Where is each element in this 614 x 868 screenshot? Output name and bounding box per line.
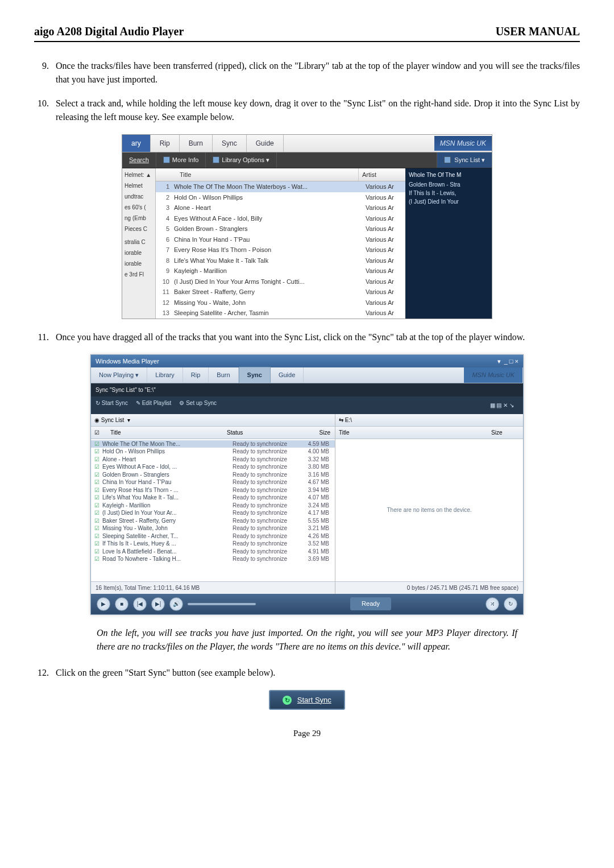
device-dropdown[interactable]: ⇆ E:\ (335, 414, 523, 427)
tab-ary[interactable]: ary (122, 135, 151, 152)
device-empty-message: There are no items on the device. (335, 439, 523, 581)
sidebar-item[interactable]: ng (Emb (122, 213, 155, 224)
list-item[interactable]: ☑China In Your Hand - T'PauReady to sync… (91, 478, 335, 486)
view-icons[interactable]: ▦ ▤ ✕ ↘ (486, 399, 518, 412)
sidebar-item[interactable]: Pieces C (122, 224, 155, 234)
table-row[interactable]: 1Whole The Of The Moon The Waterboys - W… (156, 181, 405, 192)
next-button[interactable]: ▶| (151, 597, 165, 611)
tab-burn[interactable]: Burn (209, 367, 238, 383)
list-item[interactable]: ☑Every Rose Has It's Thorn - ...Ready to… (91, 486, 335, 494)
play-button[interactable]: ▶ (97, 597, 110, 611)
queue-status: 16 Item(s), Total Time: 1:10:11, 64.16 M… (91, 581, 335, 594)
check-all[interactable]: ☑ (94, 429, 99, 436)
search-input[interactable]: Search (122, 152, 156, 168)
device-panel: ⇆ E:\ Title Size There are no items on t… (335, 414, 523, 594)
list-item[interactable]: ☑Kayleigh - MarillionReady to synchroniz… (91, 502, 335, 510)
tab-rip[interactable]: Rip (183, 367, 209, 383)
sidebar-item[interactable]: Helmet: ▲ (122, 170, 155, 180)
more-info-button[interactable]: More Info (156, 152, 206, 168)
tab-rip[interactable]: Rip (151, 135, 180, 152)
list-item[interactable]: ☑Life's What You Make It - Tal...Ready t… (91, 494, 335, 502)
sync-list-button[interactable]: Sync List ▾ (437, 152, 492, 168)
col-size[interactable]: Size (488, 427, 523, 439)
table-row[interactable]: 4Eyes Without A Face - Idol, BillyVariou… (156, 213, 405, 224)
window-controls[interactable]: ▾ _ □ × (497, 357, 518, 366)
sidebar-item[interactable]: iorable (122, 247, 155, 258)
list-item[interactable]: ☑(I Just) Died In Your Your Ar...Ready t… (91, 509, 335, 517)
tab-guide[interactable]: Guide (271, 367, 304, 383)
table-row[interactable]: 9Kayleigh - MarillionVarious Ar (156, 266, 405, 276)
instruction-list-2: Once you have dragged all of the tracks … (34, 330, 580, 344)
col-title[interactable]: Title (107, 427, 223, 439)
list-item[interactable]: ☑Love Is A Battlefield - Benat...Ready t… (91, 548, 335, 556)
list-item[interactable]: ☑Whole The Of The Moon The...Ready to sy… (91, 440, 335, 448)
tab-library[interactable]: Library (147, 367, 183, 383)
sidebar-item[interactable]: e 3rd Fl (122, 269, 155, 280)
mute-button[interactable]: 🔊 (169, 597, 183, 611)
list-item[interactable]: ☑Hold On - Wilson PhillipsReady to synch… (91, 448, 335, 456)
step-10: Select a track and, while holding the le… (51, 97, 580, 124)
volume-slider[interactable] (188, 603, 256, 605)
col-title[interactable]: Title (176, 168, 358, 181)
sidebar-item[interactable]: es 60's ( (122, 202, 155, 213)
tab-sync[interactable]: Sync (213, 135, 247, 152)
sync-description: Sync "Sync List" to "E:\" (91, 383, 523, 396)
sync-list-item[interactable]: Golden Brown - Stra (409, 180, 488, 189)
list-item[interactable]: ☑Baker Street - Rafferty, GerryReady to … (91, 517, 335, 525)
list-item[interactable]: ☑Road To Nowhere - Talking H...Ready to … (91, 555, 335, 563)
device-status: 0 bytes / 245.71 MB (245.71 MB free spac… (335, 581, 523, 594)
table-header: Title Artist (156, 168, 405, 182)
sync-list-item[interactable]: Whole The Of The M (409, 171, 488, 179)
instruction-list-3: Click on the green "Start Sync" button (… (34, 666, 580, 680)
step-9: Once the tracks/files have been transfer… (51, 59, 580, 86)
col-artist[interactable]: Artist (358, 168, 405, 181)
tab-sync[interactable]: Sync (239, 367, 271, 383)
tab-burn[interactable]: Burn (180, 135, 213, 152)
table-row[interactable]: 12Missing You - Waite, JohnVarious Ar (156, 297, 405, 308)
tab-guide[interactable]: Guide (247, 135, 284, 152)
col-status[interactable]: Status (223, 427, 298, 439)
table-row[interactable]: 6China In Your Hand - T'PauVarious Ar (156, 234, 405, 245)
category-sidebar[interactable]: Helmet: ▲Helmetundtraces 60's (ng (EmbPi… (122, 168, 156, 319)
list-item[interactable]: ☑Missing You - Waite, JohnReady to synch… (91, 524, 335, 532)
table-row[interactable]: 5Golden Brown - StranglersVarious Ar (156, 224, 405, 234)
list-item[interactable]: ☑Eyes Without A Face - Idol, ...Ready to… (91, 463, 335, 471)
track-table: Title Artist 1Whole The Of The Moon The … (156, 168, 405, 319)
player-controls: ▶ ■ |◀ ▶| 🔊 Ready ⤮ ↻ (91, 594, 523, 614)
shuffle-button[interactable]: ⤮ (486, 597, 499, 611)
sync-icon (444, 156, 451, 163)
sync-list-dropdown[interactable]: ◉ Sync List ▾ (91, 414, 335, 427)
page-header: aigo A208 Digital Audio Player USER MANU… (34, 23, 580, 42)
library-options-button[interactable]: Library Options ▾ (206, 152, 277, 168)
col-size[interactable]: Size (298, 427, 335, 439)
tab-now-playing[interactable]: Now Playing ▾ (91, 367, 147, 383)
screenshot-sync-view: Windows Media Player ▾ _ □ × Now Playing… (90, 354, 524, 615)
table-row[interactable]: 3Alone - HeartVarious Ar (156, 202, 405, 213)
table-row[interactable]: 10(I Just) Died In Your Your Arms Tonigh… (156, 276, 405, 287)
table-row[interactable]: 8Life's What You Make It - Talk TalkVari… (156, 255, 405, 266)
edit-playlist-link[interactable]: ✎ Edit Playlist (136, 399, 171, 412)
start-sync-link[interactable]: ↻ Start Sync (96, 399, 128, 412)
list-item[interactable]: ☑If This Is It - Lewis, Huey & ...Ready … (91, 540, 335, 548)
setup-sync-link[interactable]: ⚙ Set up Sync (179, 399, 217, 412)
table-row[interactable]: 2Hold On - Wilson PhillipsVarious Ar (156, 192, 405, 203)
list-item[interactable]: ☑Golden Brown - StranglersReady to synch… (91, 471, 335, 479)
table-row[interactable]: 11Baker Street - Rafferty, GerryVarious … (156, 287, 405, 297)
sync-list-item[interactable]: (I Just) Died In Your (409, 197, 488, 206)
sidebar-item[interactable]: undtrac (122, 191, 155, 202)
sync-list-item[interactable]: If This Is It - Lewis, (409, 189, 488, 197)
table-row[interactable]: 7Every Rose Has It's Thorn - PoisonVario… (156, 245, 405, 255)
list-item[interactable]: ☑Alone - HeartReady to synchronize3.32 M… (91, 456, 335, 464)
table-row[interactable]: 13Sleeping Satellite - Archer, TasminVar… (156, 308, 405, 319)
screenshot-caption: On the left, you will see tracks you hav… (97, 626, 517, 654)
stop-button[interactable]: ■ (115, 597, 128, 611)
sidebar-item[interactable]: Helmet (122, 180, 155, 191)
main-tabs-2: Now Playing ▾ Library Rip Burn Sync Guid… (91, 367, 523, 383)
sidebar-item[interactable]: stralia C (122, 237, 155, 247)
sidebar-item[interactable]: iorable (122, 258, 155, 269)
list-item[interactable]: ☑Sleeping Satellite - Archer, T...Ready … (91, 532, 335, 540)
col-title[interactable]: Title (335, 427, 488, 439)
doc-type: USER MANUAL (496, 23, 580, 40)
prev-button[interactable]: |◀ (133, 597, 147, 611)
repeat-button[interactable]: ↻ (504, 597, 517, 611)
